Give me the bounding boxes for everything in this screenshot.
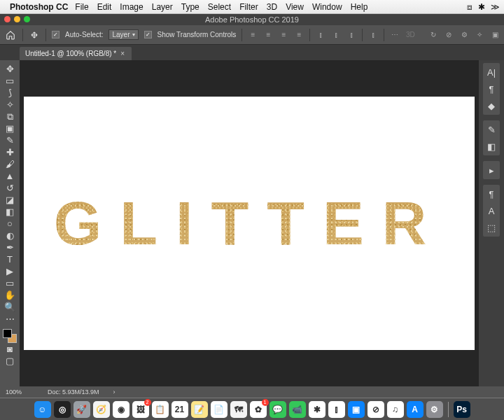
- pen-tool[interactable]: ✒: [1, 241, 18, 253]
- spot-heal-tool[interactable]: ✚: [1, 146, 18, 158]
- brush-tool[interactable]: 🖌: [1, 158, 18, 170]
- actions-panel[interactable]: ▸: [484, 164, 498, 176]
- app-name[interactable]: Photoshop CC: [10, 2, 68, 12]
- dock-calendar[interactable]: 21: [172, 401, 188, 418]
- hand-tool[interactable]: ✋: [1, 289, 18, 301]
- auto-select-target-dropdown[interactable]: Layer ▾: [108, 29, 138, 40]
- slack-icon[interactable]: ✱: [478, 2, 485, 12]
- zoom-value[interactable]: 100%: [6, 388, 34, 396]
- align-left-icon[interactable]: ≡: [248, 30, 258, 40]
- shape-tool[interactable]: ▭: [1, 277, 18, 289]
- dock-chrome[interactable]: ◉: [113, 401, 130, 418]
- gradient-tool[interactable]: ◧: [1, 206, 18, 218]
- swatches-panel[interactable]: ◧: [484, 140, 498, 153]
- path-select-tool[interactable]: ▶: [1, 265, 18, 277]
- distribute-top-icon[interactable]: ⫿: [316, 30, 326, 40]
- dock-messages[interactable]: 💬: [270, 401, 286, 418]
- menu-layer[interactable]: Layer: [152, 2, 173, 12]
- crop-tool[interactable]: ⧉: [1, 111, 18, 122]
- 3d-mode-icon[interactable]: 3D: [405, 30, 415, 40]
- dock-launchpad[interactable]: 🚀: [74, 401, 90, 418]
- transform-gear-icon[interactable]: ⚙: [459, 30, 469, 40]
- menu-3d[interactable]: 3D: [267, 2, 277, 12]
- menu-image[interactable]: Image: [120, 2, 143, 12]
- doc-size-label[interactable]: Doc: 5.93M/13.9M: [48, 388, 99, 396]
- frame-tool[interactable]: ▣: [1, 122, 18, 134]
- menu-window[interactable]: Window: [312, 2, 342, 12]
- chevrons-icon[interactable]: ≫: [491, 2, 500, 12]
- dock-notes[interactable]: 📝: [191, 401, 208, 418]
- clone-stamp-tool[interactable]: ▲: [1, 170, 18, 182]
- status-chevron-icon[interactable]: ›: [113, 388, 115, 396]
- dock-pages[interactable]: 📄: [211, 401, 227, 418]
- menu-type[interactable]: Type: [181, 2, 200, 12]
- align-top-icon[interactable]: ≡: [294, 30, 304, 40]
- type-tool[interactable]: T: [1, 253, 18, 265]
- more-tools[interactable]: ⋯: [1, 313, 18, 325]
- menu-view[interactable]: View: [286, 2, 304, 12]
- move-tool[interactable]: ✥: [1, 63, 18, 75]
- close-window-button[interactable]: [4, 16, 10, 22]
- quick-mask-toggle[interactable]: ◙: [1, 343, 18, 355]
- distribute-h-icon[interactable]: ⫿: [368, 30, 378, 40]
- dock-siri[interactable]: ◎: [54, 401, 71, 418]
- dock-noentry[interactable]: ⊘: [368, 401, 384, 418]
- dodge-tool[interactable]: ◐: [1, 230, 18, 241]
- align-right-icon[interactable]: ≡: [279, 30, 288, 40]
- menu-help[interactable]: Help: [351, 2, 368, 12]
- transform-target-icon[interactable]: ✧: [475, 30, 484, 40]
- more-align-icon[interactable]: ⋯: [390, 30, 400, 40]
- home-icon[interactable]: [4, 29, 17, 41]
- dock-maps[interactable]: 🗺: [230, 401, 247, 418]
- distribute-vcenter-icon[interactable]: ⫿: [331, 30, 341, 40]
- dock-safari[interactable]: 🧭: [93, 401, 110, 418]
- align-center-h-icon[interactable]: ≡: [263, 30, 273, 40]
- brush-settings-panel[interactable]: ✎: [484, 123, 498, 136]
- glyphs-panel[interactable]: ◆: [484, 99, 498, 112]
- dock-photoshop[interactable]: Ps: [454, 401, 470, 418]
- dock-numbers[interactable]: ⫿: [328, 401, 345, 418]
- zoom-tool[interactable]: 🔍: [1, 301, 18, 313]
- menu-file[interactable]: File: [75, 2, 88, 12]
- distribute-bottom-icon[interactable]: ⫿: [346, 30, 356, 40]
- dropbox-icon[interactable]: ⧈: [467, 2, 472, 12]
- eraser-tool[interactable]: ◪: [1, 194, 18, 206]
- character-panel[interactable]: A|: [484, 66, 498, 78]
- lasso-tool[interactable]: ⟆: [1, 87, 18, 99]
- transform-refresh-icon[interactable]: ↻: [428, 30, 438, 40]
- screen-mode-toggle[interactable]: ▢: [1, 355, 18, 367]
- eyedropper-tool[interactable]: ✎: [1, 134, 18, 146]
- transform-cancel-icon[interactable]: ⊘: [444, 30, 454, 40]
- auto-select-checkbox[interactable]: ✓: [52, 31, 59, 38]
- document-tab[interactable]: Untitled-1 @ 100% (RGB/8) * ×: [20, 47, 132, 60]
- blur-tool[interactable]: ○: [1, 218, 18, 230]
- transform-camera-icon[interactable]: ▣: [490, 30, 500, 40]
- close-tab-icon[interactable]: ×: [120, 50, 125, 57]
- dock-finder[interactable]: ☺: [34, 401, 51, 418]
- maximize-window-button[interactable]: [24, 16, 30, 22]
- dock-itunes[interactable]: ♫: [387, 401, 404, 418]
- magic-wand-tool[interactable]: ✧: [1, 99, 18, 111]
- dock-reminders[interactable]: 📋: [152, 401, 169, 418]
- dock-preview[interactable]: 🖼2: [132, 401, 149, 418]
- dock-slack[interactable]: ✱: [309, 401, 326, 418]
- fg-bg-color-swatch[interactable]: [3, 329, 17, 343]
- dock-photos[interactable]: ✿1: [250, 401, 267, 418]
- fg-color-swatch[interactable]: [3, 329, 12, 338]
- marquee-tool[interactable]: ▭: [1, 75, 18, 87]
- character-styles-panel[interactable]: A: [484, 204, 498, 217]
- dock-settings[interactable]: ⚙: [426, 401, 443, 418]
- menu-select[interactable]: Select: [208, 2, 231, 12]
- menu-edit[interactable]: Edit: [97, 2, 112, 12]
- show-transform-checkbox[interactable]: ✓: [144, 31, 152, 38]
- history-brush-tool[interactable]: ↺: [1, 182, 18, 194]
- dock-keynote[interactable]: ▣: [348, 401, 365, 418]
- 3d-panel[interactable]: ⬚: [484, 221, 498, 234]
- paragraph-panel[interactable]: ¶: [484, 83, 498, 95]
- menu-filter[interactable]: Filter: [239, 2, 258, 12]
- paragraph-styles-panel[interactable]: ¶: [484, 188, 498, 200]
- document-canvas[interactable]: GLITTER: [24, 97, 475, 350]
- dock-appstore[interactable]: A: [407, 401, 424, 418]
- dock-facetime[interactable]: 📹: [289, 401, 306, 418]
- minimize-window-button[interactable]: [14, 16, 20, 22]
